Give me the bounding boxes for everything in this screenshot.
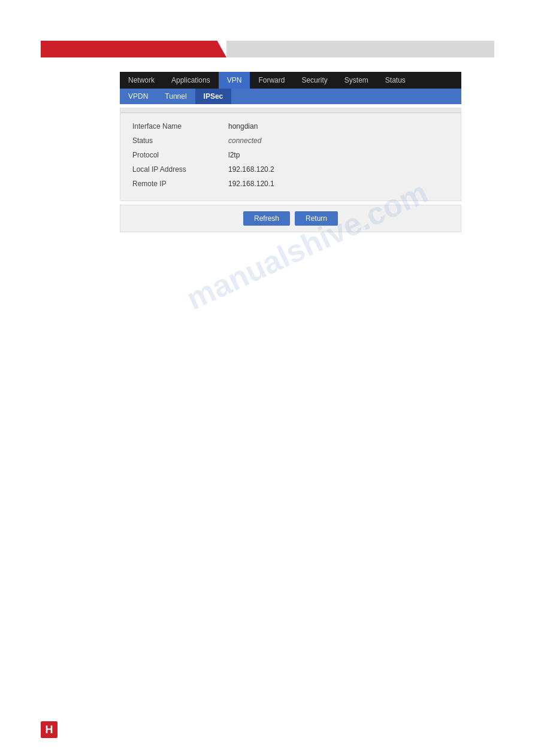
nav-tab-system[interactable]: System [336,72,377,89]
value-interface-name: hongdian [228,122,258,130]
value-protocol: l2tp [228,151,240,159]
sub-tab-tunnel[interactable]: Tunnel [156,89,195,104]
banner-red [41,41,226,57]
nav-tab-security[interactable]: Security [293,72,335,89]
nav-tab-network[interactable]: Network [120,72,163,89]
banner-gray [226,41,494,57]
label-remote-ip: Remote IP [132,180,228,188]
action-bar: Refresh Return [120,205,461,232]
sub-tab-vpdn[interactable]: VPDN [120,89,156,104]
info-header-bar [120,108,461,113]
value-local-ip: 192.168.120.2 [228,165,274,174]
table-row: Interface Name hongdian [132,119,449,133]
top-banner [41,41,494,57]
info-table: Interface Name hongdian Status connected… [120,113,461,201]
label-interface-name: Interface Name [132,122,228,130]
value-status: connected [228,136,261,145]
table-row: Protocol l2tp [132,148,449,162]
bottom-logo: H [41,721,59,739]
nav-tab-applications[interactable]: Applications [163,72,219,89]
nav-tab-status[interactable]: Status [377,72,414,89]
return-button[interactable]: Return [295,211,338,226]
label-protocol: Protocol [132,151,228,159]
table-row: Local IP Address 192.168.120.2 [132,162,449,177]
nav-tab-forward[interactable]: Forward [250,72,293,89]
value-remote-ip: 192.168.120.1 [228,180,274,188]
sub-tab-ipsec[interactable]: IPSec [195,89,232,104]
info-section: Interface Name hongdian Status connected… [120,108,461,201]
main-content: Network Applications VPN Forward Securit… [120,72,461,232]
label-local-ip: Local IP Address [132,165,228,174]
nav-tab-vpn[interactable]: VPN [219,72,250,89]
table-row: Remote IP 192.168.120.1 [132,177,449,191]
refresh-button[interactable]: Refresh [243,211,290,226]
logo-h-icon: H [41,721,58,738]
nav-tabs-top: Network Applications VPN Forward Securit… [120,72,461,89]
label-status: Status [132,136,228,145]
nav-tabs-sub: VPDN Tunnel IPSec [120,89,461,104]
table-row: Status connected [132,133,449,148]
